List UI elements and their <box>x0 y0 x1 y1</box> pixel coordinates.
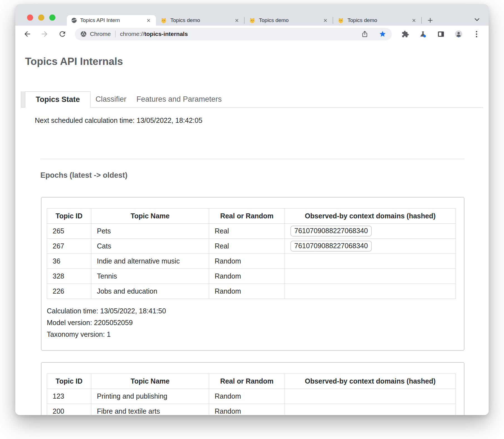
tab-classifier[interactable]: Classifier <box>90 91 131 107</box>
side-panel-icon[interactable] <box>437 30 445 38</box>
new-tab-button[interactable] <box>427 17 433 23</box>
epoch-card-latest: Topic ID Topic Name Real or Random Obser… <box>41 197 464 351</box>
browser-tab-topics-demo-2[interactable]: Topics demo <box>244 15 333 26</box>
epoch-meta: Calculation time: 13/05/2022, 18:41:50 M… <box>47 305 464 340</box>
cell-topic-name: Cats <box>91 239 209 254</box>
browser-toolbar: Chrome chrome://topics-internals <box>15 26 489 42</box>
close-tab-icon[interactable] <box>234 18 239 23</box>
next-calculation-time: Next scheduled calculation time: 13/05/2… <box>35 116 202 125</box>
cell-topic-name: Tennis <box>91 269 209 284</box>
col-topic-name: Topic Name <box>91 374 209 389</box>
cell-domains <box>285 269 456 284</box>
tab-title: Topics API Intern <box>80 17 146 23</box>
epoch-card-older: Topic ID Topic Name Real or Random Obser… <box>41 362 464 415</box>
bookmark-star-icon[interactable] <box>379 30 386 38</box>
tab-title: Topics demo <box>170 17 234 23</box>
cat-favicon-icon <box>337 17 344 24</box>
tab-divider <box>421 17 422 24</box>
cat-favicon-icon <box>160 17 167 24</box>
cell-real-or-random: Real <box>209 239 285 254</box>
close-tab-icon[interactable] <box>146 18 151 23</box>
next-calculation-value: 13/05/2022, 18:42:05 <box>136 116 202 124</box>
domain-hash-chip: 7610709088227068340 <box>290 226 372 236</box>
cell-topic-name: Printing and publishing <box>91 389 209 404</box>
menu-three-dots-icon[interactable] <box>473 30 480 38</box>
page-content: Topics API Internals Topics State Classi… <box>15 42 489 415</box>
cell-real-or-random: Random <box>209 254 285 269</box>
profile-avatar-icon[interactable] <box>455 30 463 38</box>
table-row: 123 Printing and publishing Random <box>47 389 456 404</box>
cell-real-or-random: Random <box>209 269 285 284</box>
cell-domains <box>285 254 456 269</box>
cell-domains: 7610709088227068340 <box>285 224 456 239</box>
browser-tab-strip: Topics API Intern Topics demo T <box>15 4 489 26</box>
table-row: 328 Tennis Random <box>47 269 456 284</box>
cell-topic-id: 267 <box>47 239 91 254</box>
address-bar[interactable]: Chrome chrome://topics-internals <box>75 28 392 40</box>
browser-tab-topics-demo-3[interactable]: Topics demo <box>333 15 421 26</box>
url-scheme: chrome:// <box>120 31 145 37</box>
chrome-labs-flask-icon[interactable] <box>419 30 427 38</box>
browser-tab-topics-internals[interactable]: Topics API Intern <box>67 15 156 26</box>
table-row: 265 Pets Real 7610709088227068340 <box>47 224 456 239</box>
cell-topic-name: Fibre and textile arts <box>91 404 209 415</box>
close-tab-icon[interactable] <box>323 18 328 23</box>
cell-domains <box>285 389 456 404</box>
cell-topic-id: 36 <box>47 254 91 269</box>
zoom-window-button[interactable] <box>49 14 55 21</box>
table-row: 226 Jobs and education Random <box>47 284 456 299</box>
forward-button[interactable] <box>40 30 49 38</box>
col-observed-domains: Observed-by context domains (hashed) <box>285 374 456 389</box>
reload-button[interactable] <box>58 30 67 38</box>
col-real-or-random: Real or Random <box>209 374 285 389</box>
close-tab-icon[interactable] <box>412 18 416 23</box>
tab-features-and-parameters[interactable]: Features and Parameters <box>131 91 227 107</box>
cell-domains <box>285 284 456 299</box>
close-window-button[interactable] <box>27 14 33 21</box>
epochs-heading: Epochs (latest -> oldest) <box>40 171 128 180</box>
tab-bar-left-edge <box>21 91 25 107</box>
minimize-window-button[interactable] <box>38 14 44 21</box>
tab-title: Topics demo <box>348 17 412 23</box>
cell-topic-name: Jobs and education <box>91 284 209 299</box>
model-version: Model version: 2205052059 <box>47 317 464 328</box>
calculation-time: Calculation time: 13/05/2022, 18:41:50 <box>47 305 464 317</box>
col-topic-id: Topic ID <box>47 374 91 389</box>
table-row: 267 Cats Real 7610709088227068340 <box>47 239 456 254</box>
section-divider <box>40 159 464 159</box>
share-icon[interactable] <box>361 30 368 38</box>
page-title: Topics API Internals <box>25 56 123 67</box>
taxonomy-version: Taxonomy version: 1 <box>47 328 464 340</box>
epoch-table: Topic ID Topic Name Real or Random Obser… <box>47 208 456 299</box>
cell-real-or-random: Real <box>209 224 285 239</box>
cell-topic-name: Indie and alternative music <box>91 254 209 269</box>
domain-hash-chip: 7610709088227068340 <box>290 241 372 252</box>
cell-topic-id: 123 <box>47 389 91 404</box>
col-topic-name: Topic Name <box>91 209 209 224</box>
next-calculation-label: Next scheduled calculation time: <box>35 116 135 124</box>
cell-real-or-random: Random <box>209 404 285 415</box>
url-separator <box>115 31 116 37</box>
cat-favicon-icon <box>249 17 256 24</box>
globe-favicon-icon <box>71 18 77 23</box>
chrome-logo-icon <box>80 31 87 37</box>
table-header-row: Topic ID Topic Name Real or Random Obser… <box>47 374 456 389</box>
tab-topics-state[interactable]: Topics State <box>25 91 90 108</box>
table-row: 200 Fibre and textile arts Random <box>47 404 456 415</box>
browser-tab-topics-demo-1[interactable]: Topics demo <box>156 15 244 26</box>
table-header-row: Topic ID Topic Name Real or Random Obser… <box>47 209 456 224</box>
table-row: 36 Indie and alternative music Random <box>47 254 456 269</box>
browser-tabs: Topics API Intern Topics demo T <box>67 15 433 26</box>
cell-topic-id: 200 <box>47 404 91 415</box>
address-app-label: Chrome <box>90 31 111 37</box>
cell-topic-id: 328 <box>47 269 91 284</box>
window-controls <box>27 14 55 21</box>
browser-window: Topics API Intern Topics demo T <box>15 4 489 415</box>
tab-title: Topics demo <box>259 17 323 23</box>
cell-topic-name: Pets <box>91 224 209 239</box>
extensions-puzzle-icon[interactable] <box>401 30 409 38</box>
cell-real-or-random: Random <box>209 284 285 299</box>
back-button[interactable] <box>23 30 31 38</box>
tab-search-chevron-down-icon[interactable] <box>474 16 480 23</box>
col-observed-domains: Observed-by context domains (hashed) <box>285 209 456 224</box>
